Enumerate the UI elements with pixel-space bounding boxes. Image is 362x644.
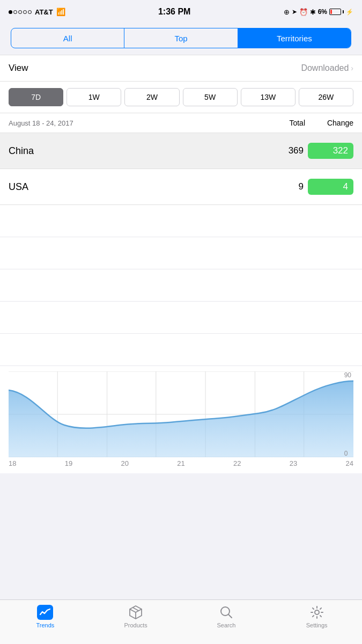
battery-percent: 6% <box>318 8 327 16</box>
chart-x-labels: 18 19 20 21 22 23 24 <box>9 457 353 467</box>
segment-container: All Top Territories <box>0 24 362 55</box>
period-7d[interactable]: 7D <box>9 88 63 106</box>
row-total-china: 369 <box>271 145 304 156</box>
chevron-icon: › <box>351 64 353 72</box>
row-total-usa: 9 <box>271 181 304 192</box>
period-1w[interactable]: 1W <box>67 88 121 106</box>
charging-icon: ⚡ <box>346 9 353 16</box>
trends-icon-box <box>37 605 53 620</box>
tab-search-label: Search <box>217 622 235 628</box>
navigation-icon: ➤ <box>292 8 297 16</box>
chart-svg <box>9 371 353 457</box>
tab-search[interactable]: Search <box>181 604 272 628</box>
col-total-header: Total <box>273 119 305 127</box>
date-range: August 18 - 24, 2017 <box>9 119 273 127</box>
search-svg-icon <box>219 605 233 619</box>
tab-bar: Trends Products Search <box>0 599 362 644</box>
tab-trends[interactable]: Trends <box>0 604 91 628</box>
row-label-usa: USA <box>9 181 271 193</box>
tab-settings[interactable]: Settings <box>271 604 362 628</box>
tab-bar-spacer <box>0 473 362 518</box>
period-13w[interactable]: 13W <box>241 88 295 106</box>
settings-svg-icon <box>310 605 324 619</box>
wifi-icon: 📶 <box>56 8 65 16</box>
period-selector: 7D 1W 2W 5W 13W 26W <box>0 82 362 113</box>
trends-icon <box>37 604 53 620</box>
change-value-china: 322 <box>333 145 348 156</box>
period-2w[interactable]: 2W <box>124 88 179 106</box>
tab-products[interactable]: Products <box>91 604 181 628</box>
col-change-header: Change <box>305 119 353 127</box>
tab-products-label: Products <box>124 622 147 628</box>
products-icon <box>128 604 144 620</box>
trends-chart-icon <box>39 608 51 617</box>
chart-x-21: 21 <box>177 459 184 467</box>
signal-icon <box>9 10 32 14</box>
table-row-usa[interactable]: USA 9 4 <box>0 169 362 205</box>
carrier-label: AT&T <box>35 8 53 16</box>
segment-all[interactable]: All <box>11 28 124 48</box>
alarm-icon: ⏰ <box>299 8 308 16</box>
empty-row-3 <box>0 269 362 302</box>
downloaded-value: Downloaded <box>301 63 349 73</box>
status-time: 1:36 PM <box>158 7 190 17</box>
view-label: View <box>9 63 28 74</box>
change-badge-china: 322 <box>308 143 353 159</box>
table-header: August 18 - 24, 2017 Total Change <box>0 113 362 133</box>
search-icon <box>218 604 234 620</box>
products-svg-icon <box>129 605 143 620</box>
segment-top[interactable]: Top <box>124 28 238 48</box>
period-26w[interactable]: 26W <box>299 88 353 106</box>
status-bar: AT&T 📶 1:36 PM ⊕ ➤ ⏰ ✱ 6% ⚡ <box>0 0 362 24</box>
chart-container: 90 0 18 19 20 21 22 23 24 <box>0 366 362 473</box>
tab-trends-label: Trends <box>36 622 54 628</box>
chart-x-19: 19 <box>65 459 72 467</box>
tab-settings-label: Settings <box>306 622 328 628</box>
chart-x-18: 18 <box>9 459 16 467</box>
empty-row-5 <box>0 334 362 366</box>
row-label-china: China <box>9 145 271 157</box>
status-right: ⊕ ➤ ⏰ ✱ 6% ⚡ <box>284 8 353 16</box>
location-icon: ⊕ <box>284 8 290 16</box>
period-row: 7D 1W 2W 5W 13W 26W <box>9 88 353 106</box>
empty-row-1 <box>0 205 362 237</box>
period-5w[interactable]: 5W <box>183 88 238 106</box>
view-right: Downloaded › <box>301 63 353 73</box>
empty-row-2 <box>0 237 362 269</box>
status-left: AT&T 📶 <box>9 8 65 16</box>
empty-row-4 <box>0 302 362 334</box>
change-badge-usa: 4 <box>308 179 353 195</box>
bluetooth-icon: ✱ <box>310 8 316 16</box>
chart-x-22: 22 <box>233 459 241 467</box>
battery-icon <box>329 9 344 15</box>
svg-point-11 <box>315 610 319 614</box>
chart-x-23: 23 <box>290 459 297 467</box>
chart-x-20: 20 <box>121 459 129 467</box>
segment-territories[interactable]: Territories <box>238 28 351 48</box>
change-value-usa: 4 <box>343 181 348 192</box>
settings-icon <box>309 604 325 620</box>
svg-line-10 <box>228 614 232 618</box>
segment-control: All Top Territories <box>11 28 351 48</box>
table-row-china[interactable]: China 369 322 <box>0 133 362 169</box>
chart-area <box>9 381 353 457</box>
chart-x-24: 24 <box>346 459 353 467</box>
view-row[interactable]: View Downloaded › <box>0 55 362 82</box>
